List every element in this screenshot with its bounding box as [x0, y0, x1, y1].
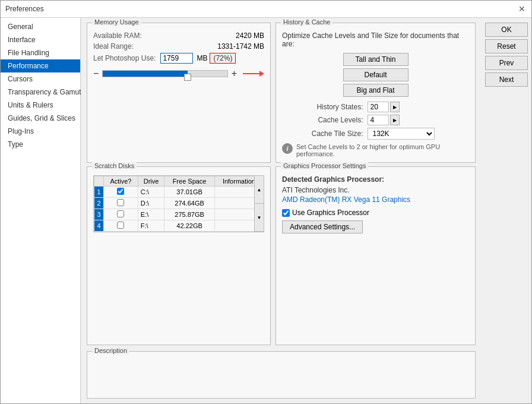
cache-tile-label: Cache Tile Size: — [282, 130, 363, 138]
use-gpu-checkbox[interactable] — [282, 209, 290, 217]
let-use-unit: MB — [197, 54, 207, 62]
col-num — [94, 176, 104, 187]
top-panels: Memory Usage Available RAM: 2420 MB Idea… — [87, 23, 476, 163]
row-free-1: 37.01GB — [164, 187, 215, 198]
history-panel-title: History & Cache — [281, 18, 332, 26]
gpu-note-text: Set Cache Levels to 2 or higher for opti… — [296, 143, 469, 157]
memory-slider-container: − + — [93, 68, 264, 79]
row-active-1[interactable] — [104, 187, 138, 198]
advanced-settings-button[interactable]: Advanced Settings... — [282, 220, 363, 233]
table-wrapper: Active? Drive Free Space Information — [93, 175, 264, 232]
cache-levels-control: ▶ — [368, 115, 435, 125]
history-states-label: History States: — [282, 103, 363, 111]
reset-button[interactable]: Reset — [485, 39, 528, 53]
row-free-3: 275.87GB — [164, 209, 215, 220]
detected-label: Detected Graphics Processor: — [282, 175, 469, 184]
sidebar-item-units-rulers[interactable]: Units & Rulers — [1, 99, 80, 112]
let-use-input[interactable] — [160, 53, 193, 64]
memory-panel: Memory Usage Available RAM: 2420 MB Idea… — [87, 23, 271, 163]
history-states-control: ▶ — [368, 102, 435, 112]
row-free-2: 274.64GB — [164, 198, 215, 209]
available-ram-value: 2420 MB — [236, 31, 264, 40]
gpu-note: i Set Cache Levels to 2 or higher for op… — [282, 143, 469, 157]
cache-levels-label: Cache Levels: — [282, 116, 363, 124]
sidebar: General Interface File Handling Performa… — [1, 18, 81, 403]
next-button[interactable]: Next — [485, 72, 528, 87]
scroll-buttons: ▲ ▼ — [254, 176, 264, 232]
slider-plus[interactable]: + — [232, 68, 237, 79]
table-row: 1 C:\ 37.01GB — [94, 187, 264, 198]
row-active-4[interactable] — [104, 220, 138, 232]
slider-minus[interactable]: − — [93, 68, 99, 79]
row-drive-2: D:\ — [138, 198, 164, 209]
cache-levels-input[interactable] — [368, 115, 389, 125]
ok-button[interactable]: OK — [485, 23, 528, 37]
table-row: 3 E:\ 275.87GB — [94, 209, 264, 220]
cache-levels-arrow[interactable]: ▶ — [390, 115, 400, 125]
table-row: 4 F:\ 42.22GB — [94, 220, 264, 232]
checkbox-1[interactable] — [117, 188, 124, 195]
gpu-name: AMD Radeon(TM) RX Vega 11 Graphics — [282, 195, 469, 204]
optimize-text: Optimize Cache Levels and Tile Size for … — [282, 31, 469, 48]
col-active: Active? — [104, 176, 138, 187]
use-gpu-row: Use Graphics Processor — [282, 209, 469, 217]
row-drive-1: C:\ — [138, 187, 164, 198]
graphics-panel: Graphics Processor Settings Detected Gra… — [276, 166, 476, 345]
scroll-up[interactable]: ▲ — [255, 176, 264, 204]
row-drive-4: F:\ — [138, 220, 164, 232]
use-gpu-label: Use Graphics Processor — [292, 209, 369, 217]
checkbox-3[interactable] — [117, 210, 124, 217]
sidebar-item-type[interactable]: Type — [1, 138, 80, 151]
row-active-2[interactable] — [104, 198, 138, 209]
gpu-company: ATI Technologies Inc. — [282, 186, 469, 194]
sidebar-item-plugins[interactable]: Plug-Ins — [1, 125, 80, 138]
close-button[interactable]: ✕ — [517, 4, 527, 14]
default-button[interactable]: Default — [343, 68, 408, 81]
content-area: Memory Usage Available RAM: 2420 MB Idea… — [81, 18, 482, 403]
row-active-3[interactable] — [104, 209, 138, 220]
cache-grid: History States: ▶ Cache Levels: ▶ — [282, 102, 469, 140]
memory-panel-title: Memory Usage — [92, 18, 141, 26]
scroll-down[interactable]: ▼ — [255, 204, 264, 232]
big-flat-button[interactable]: Big and Flat — [343, 84, 408, 97]
history-states-input[interactable] — [368, 102, 389, 112]
arrow-indicator — [243, 68, 264, 79]
table-scroll: Active? Drive Free Space Information — [94, 176, 264, 232]
slider-thumb[interactable] — [184, 74, 191, 81]
sidebar-item-general[interactable]: General — [1, 20, 80, 33]
sidebar-item-guides-grid[interactable]: Guides, Grid & Slices — [1, 112, 80, 125]
col-free: Free Space — [164, 176, 215, 187]
sidebar-item-transparency-gamut[interactable]: Transparency & Gamut — [1, 86, 80, 99]
ideal-range-row: Ideal Range: 1331-1742 MB — [93, 42, 264, 50]
scratch-panel-title: Scratch Disks — [92, 162, 137, 169]
prev-button[interactable]: Prev — [485, 56, 528, 70]
sidebar-item-cursors[interactable]: Cursors — [1, 72, 80, 86]
tall-thin-button[interactable]: Tall and Thin — [343, 53, 408, 66]
history-states-arrow[interactable]: ▶ — [390, 102, 400, 112]
checkbox-4[interactable] — [117, 222, 124, 229]
sidebar-item-interface[interactable]: Interface — [1, 33, 80, 46]
outer-content: Memory Usage Available RAM: 2420 MB Idea… — [81, 18, 531, 403]
row-free-4: 42.22GB — [164, 220, 215, 232]
right-buttons: OK Reset Prev Next — [482, 18, 531, 403]
row-drive-3: E:\ — [138, 209, 164, 220]
cache-tile-select[interactable]: 128K 132K 256K 512K 1024K — [368, 128, 435, 140]
let-use-pct: (72%) — [210, 53, 236, 64]
svg-marker-1 — [259, 71, 264, 77]
checkbox-2[interactable] — [117, 199, 124, 206]
sidebar-item-performance[interactable]: Performance — [1, 59, 80, 72]
disk-table: Active? Drive Free Space Information — [94, 176, 264, 232]
preferences-window: Preferences ✕ General Interface File Han… — [0, 0, 532, 404]
bottom-panels: Scratch Disks Active? Drive — [87, 166, 476, 345]
slider-fill — [103, 71, 187, 77]
history-panel: History & Cache Optimize Cache Levels an… — [276, 23, 476, 163]
col-drive: Drive — [138, 176, 164, 187]
row-num-2: 2 — [94, 198, 104, 209]
info-icon: i — [282, 143, 293, 154]
window-title: Preferences — [5, 5, 44, 13]
sidebar-item-file-handling[interactable]: File Handling — [1, 46, 80, 59]
slider-track[interactable] — [102, 70, 227, 77]
description-panel-title: Description — [92, 347, 129, 354]
description-panel: Description — [87, 351, 476, 399]
available-ram-row: Available RAM: 2420 MB — [93, 31, 264, 40]
